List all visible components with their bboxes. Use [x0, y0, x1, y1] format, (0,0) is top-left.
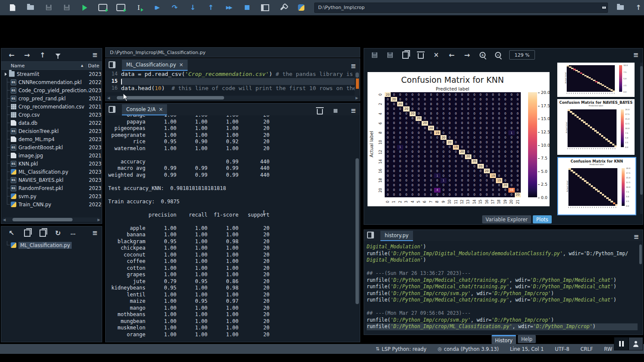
continue-execution-icon[interactable]: ↷ — [169, 2, 180, 13]
run-selection-icon[interactable]: I — [133, 2, 144, 13]
project-item-row[interactable]: ML_Classification.py — [1, 241, 102, 249]
file-row[interactable]: ML_Classification.py2023 — [1, 168, 102, 176]
editor-options-icon[interactable]: ≡ — [348, 60, 359, 72]
pause-button[interactable] — [614, 337, 629, 350]
thumbnails-scrollbar[interactable] — [640, 63, 643, 214]
browse-tabs-icon[interactable] — [109, 61, 115, 68]
file-row[interactable]: demo_ML.mp42023 — [1, 135, 102, 143]
console-vscrollbar-handle[interactable] — [355, 158, 359, 304]
file-row[interactable]: 01GradientBoost.pkl2023 — [1, 143, 102, 151]
file-row[interactable]: 01NAVIES_BAYES.pkl2023 — [1, 176, 102, 184]
fast-forward-icon[interactable]: ▶▶ — [223, 2, 234, 13]
preferences-wrench-icon[interactable] — [277, 2, 289, 13]
tab-close-icon[interactable]: × — [179, 62, 183, 68]
working-directory-input[interactable]: D:\Python_Imp\crop — [314, 3, 608, 13]
editor-hscrollbar[interactable]: ◀ ▶ — [106, 96, 359, 100]
file-row[interactable]: 01RandomForest.pkl2023 — [1, 184, 102, 192]
step-return-icon[interactable]: ↑ — [205, 2, 216, 13]
remove-all-plots-icon[interactable]: × — [431, 50, 441, 60]
file-row[interactable]: svm.py2023 — [1, 192, 102, 200]
save-all-plots-icon[interactable] — [385, 50, 395, 60]
python-env-icon[interactable] — [295, 2, 307, 13]
plot-thumbnail-3-selected[interactable]: Confusion Matrix for KNNPredicted label2… — [557, 157, 636, 215]
tab-history[interactable]: History — [492, 335, 516, 344]
plots-options-icon[interactable]: ≡ — [631, 50, 641, 60]
console-tab[interactable]: Console 2/A × — [122, 104, 167, 115]
sort-ascending-icon[interactable]: ▲ — [81, 64, 83, 67]
new-file-icon[interactable] — [7, 2, 18, 13]
file-row[interactable]: Crop_recommendation.csv2021 — [1, 103, 102, 111]
files-forward-icon[interactable]: → — [22, 50, 32, 60]
code-line[interactable]: 16data.head(10) # this line of code will… — [106, 85, 360, 92]
remove-plot-icon[interactable] — [416, 50, 426, 60]
zoom-level-input[interactable]: 129 % — [509, 50, 535, 60]
previous-plot-icon[interactable]: ← — [447, 50, 457, 60]
scroll-left-icon[interactable]: ◀ — [2, 218, 6, 222]
files-back-icon[interactable]: ← — [6, 50, 17, 60]
next-plot-icon[interactable]: → — [462, 50, 472, 60]
scroll-left-icon[interactable]: ◀ — [106, 96, 111, 100]
delete-console-icon[interactable] — [314, 105, 325, 116]
file-row[interactable]: image.jpg2021 — [1, 151, 102, 160]
run-cell-advance-icon[interactable] — [115, 2, 126, 13]
plot-thumbnail-2[interactable]: Confusion Matrix for NAVIES_BAYESPredict… — [557, 99, 635, 155]
files-up-icon[interactable]: ↑ — [37, 50, 48, 60]
file-row[interactable]: 01KNN.pkl2023 — [1, 160, 102, 168]
files-options-icon[interactable]: ≡ — [90, 50, 100, 60]
run-cell-icon[interactable] — [97, 2, 108, 13]
save-all-icon[interactable] — [61, 2, 72, 13]
project-options-icon[interactable]: ≡ — [90, 228, 100, 238]
editor-tab[interactable]: ML_Classification.py × — [122, 60, 188, 71]
file-row[interactable]: Streamlit2023 — [1, 70, 102, 78]
copy-stack-plus-icon[interactable] — [37, 228, 48, 238]
tab-plots[interactable]: Plots — [533, 215, 552, 223]
file-row[interactable]: Train_CNN.py2022 — [1, 200, 102, 208]
expand-chevron-icon[interactable] — [5, 72, 7, 76]
editor-vscrollbar[interactable] — [355, 71, 360, 96]
code-editor[interactable]: 14data = pd.read_csv('Crop_recommendatio… — [106, 71, 360, 92]
parent-directory-icon[interactable]: ↑ — [633, 2, 644, 13]
filter-icon[interactable] — [53, 50, 63, 60]
history-vscrollbar[interactable] — [638, 242, 643, 334]
main-plot-figure[interactable]: Confusion Matrix for KNN Predicted label… — [368, 72, 550, 206]
tab-variable-explorer[interactable]: Variable Explorer — [482, 215, 531, 223]
console-vscrollbar[interactable] — [355, 115, 360, 341]
project-refresh-icon[interactable]: ↻ — [53, 228, 63, 238]
browse-tabs-icon[interactable] — [109, 106, 115, 113]
copy-plot-icon[interactable] — [400, 50, 410, 60]
history-tab[interactable]: history.py — [380, 231, 413, 241]
editor-vscrollbar-handle[interactable] — [355, 72, 359, 78]
env-status[interactable]: ◎ conda (Python 3.9.13) — [437, 346, 498, 352]
column-date[interactable]: Date — [86, 63, 102, 69]
thumbnails-scrollbar-handle[interactable] — [640, 66, 643, 195]
maximize-pane-icon[interactable] — [259, 2, 270, 13]
project-more-icon[interactable]: … — [68, 228, 79, 238]
save-plot-icon[interactable] — [369, 50, 380, 60]
open-file-icon[interactable] — [25, 2, 36, 13]
code-line[interactable]: 15 — [106, 78, 360, 85]
file-row[interactable]: data.db2022 — [1, 119, 102, 127]
code-line[interactable]: 14data = pd.read_csv('Crop_recommendatio… — [106, 71, 360, 78]
debug-file-icon[interactable]: ▮▶ — [151, 2, 162, 13]
copy-stack-icon[interactable] — [22, 228, 32, 238]
column-name[interactable]: Name — [11, 63, 24, 69]
stop-debug-icon[interactable] — [241, 2, 252, 13]
scroll-right-icon[interactable]: ▶ — [97, 218, 101, 222]
history-vscrollbar-handle[interactable] — [639, 244, 642, 264]
user-panel-button[interactable] — [629, 337, 643, 350]
dropdown-caret-icon[interactable] — [602, 6, 606, 9]
browse-tabs-icon[interactable] — [367, 232, 374, 238]
browse-directory-icon[interactable] — [615, 2, 626, 13]
file-row[interactable]: 01CNNRecommendation.pkl2022 — [1, 78, 102, 86]
zoom-in-icon[interactable]: + — [477, 50, 488, 60]
save-icon[interactable] — [43, 2, 54, 13]
files-hscrollbar[interactable]: ◀ ▶ — [2, 217, 101, 222]
run-file-icon[interactable] — [79, 2, 90, 13]
scroll-right-icon[interactable]: ▶ — [355, 96, 359, 100]
files-header[interactable]: Name ▲ Date — [1, 61, 102, 70]
file-row[interactable]: Crop.csv2023 — [1, 111, 102, 119]
console-output-area[interactable]: orange 1.00 1.00 1.00 20 papaya 1.00 1.0… — [108, 115, 354, 340]
history-options-icon[interactable]: ≡ — [631, 231, 642, 242]
console-options-icon[interactable]: ≡ — [348, 105, 359, 116]
tab-close-icon[interactable]: × — [158, 106, 163, 112]
